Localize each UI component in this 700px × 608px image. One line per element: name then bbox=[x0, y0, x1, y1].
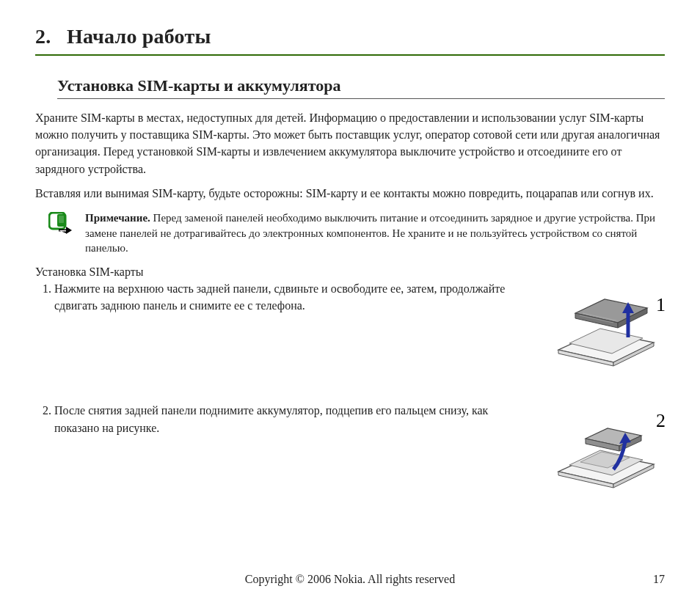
step-text: После снятия задней панели поднимите акк… bbox=[54, 402, 533, 436]
step-figure: 2 bbox=[555, 402, 665, 494]
note-block: Примечание. Перед заменой панелей необхо… bbox=[48, 210, 665, 256]
note-text: Примечание. Перед заменой панелей необхо… bbox=[85, 210, 665, 256]
body-content: Храните SIM-карты в местах, недоступных … bbox=[35, 102, 665, 502]
step-figure: 1 bbox=[555, 280, 665, 373]
svg-rect-2 bbox=[59, 216, 64, 223]
step-text: Нажмите на верхнюю часть задней панели, … bbox=[54, 280, 533, 314]
copyright-text: Copyright © 2006 Nokia. All rights reser… bbox=[65, 573, 635, 586]
paragraph: Храните SIM-карты в местах, недоступных … bbox=[35, 109, 665, 177]
svg-marker-3 bbox=[66, 227, 72, 234]
list-item: Нажмите на верхнюю часть задней панели, … bbox=[54, 280, 665, 373]
note-icon bbox=[48, 212, 75, 238]
paragraph: Вставляя или вынимая SIM-карту, будьте о… bbox=[35, 185, 665, 202]
chapter-title: Начало работы bbox=[67, 25, 211, 48]
page-footer: Copyright © 2006 Nokia. All rights reser… bbox=[35, 573, 665, 586]
document-page: 2. Начало работы Установка SIM-карты и а… bbox=[0, 0, 700, 608]
figure-label: 2 bbox=[656, 410, 665, 431]
steps-list: Нажмите на верхнюю часть задней панели, … bbox=[35, 280, 665, 494]
chapter-number: 2. bbox=[35, 25, 51, 48]
list-item: После снятия задней панели поднимите акк… bbox=[54, 402, 665, 494]
subheading: Установка SIM-карты bbox=[35, 263, 665, 280]
chapter-heading: 2. Начало работы bbox=[35, 25, 665, 56]
figure-label: 1 bbox=[656, 294, 665, 315]
page-number: 17 bbox=[635, 573, 665, 586]
section-heading: Установка SIM-карты и аккумулятора bbox=[57, 76, 665, 99]
note-label: Примечание. bbox=[85, 212, 150, 224]
note-body: Перед заменой панелей необходимо выключи… bbox=[85, 212, 655, 254]
